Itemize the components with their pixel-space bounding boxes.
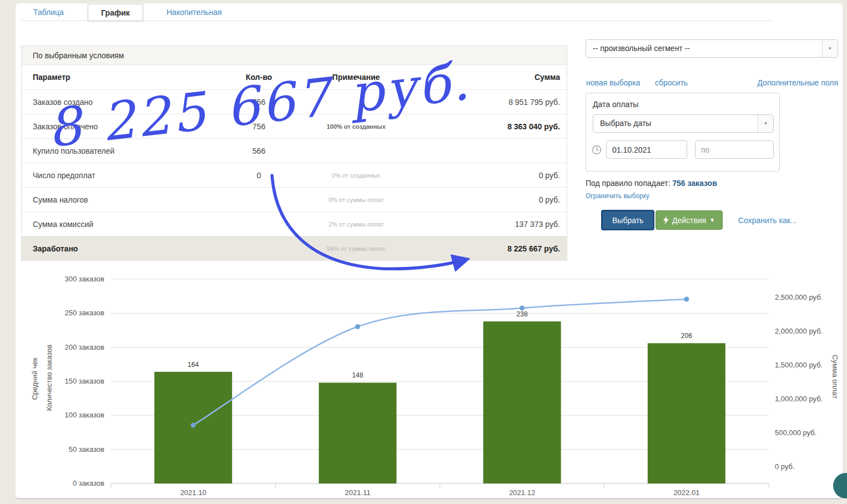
payment-date-label: Дата оплаты <box>593 100 638 109</box>
summary-table: По выбранным условиям Параметр Кол-во Пр… <box>21 46 567 261</box>
chevron-down-icon: ▼ <box>822 40 838 57</box>
row-param: Купило пользователей <box>22 147 216 155</box>
chevron-down-icon: ▼ <box>758 115 773 132</box>
row-sum: 0 руб. <box>410 171 560 180</box>
column-header-count: Кол-во <box>216 73 302 82</box>
lightning-icon <box>663 216 669 224</box>
row-note: 2% от суммы оплат <box>302 221 410 228</box>
save-as-link[interactable]: Сохранить как... <box>738 216 796 225</box>
row-sum: 137 373 руб. <box>410 220 560 229</box>
table-row: Сумма комиссий2% от суммы оплат137 373 р… <box>22 211 567 236</box>
row-param: Сумма комиссий <box>22 220 216 229</box>
actions-button-label: Действия <box>672 216 706 225</box>
row-param: Заказов оплачено <box>22 122 216 131</box>
reset-link[interactable]: сбросить <box>655 78 688 87</box>
date-from-input[interactable] <box>606 140 687 159</box>
row-sum: 8 225 667 руб. <box>410 244 560 253</box>
table-row: Число предоплат00% от созданных0 руб. <box>22 163 567 187</box>
summary-table-header: Параметр Кол-во Примечание Сумма <box>22 65 567 89</box>
segment-select-value: -- произвольный сегмент -- <box>593 40 819 57</box>
row-sum: 8 951 795 руб. <box>410 98 560 107</box>
new-selection-link[interactable]: новая выборка <box>586 78 640 87</box>
table-row: Заработано98% от суммы оплат8 225 667 ру… <box>22 236 567 260</box>
row-count: 756 <box>216 122 302 131</box>
limit-selection-link[interactable]: Ограничить выборку <box>586 192 649 200</box>
table-row: Заказов создано7568 951 795 руб. <box>22 89 567 114</box>
column-header-sum: Сумма <box>410 73 560 82</box>
chevron-down-icon: ▼ <box>709 217 715 223</box>
segment-select[interactable]: -- произвольный сегмент -- ▼ <box>586 39 838 58</box>
payment-date-filter-box: Дата оплаты Выбрать даты ▼ <box>586 93 780 172</box>
rule-match-label: Под правило попадает: <box>586 179 670 188</box>
date-range-select[interactable]: Выбрать даты ▼ <box>593 114 774 133</box>
row-count: 566 <box>216 147 302 155</box>
table-row: Заказов оплачено756100% от созданных8 36… <box>22 114 567 138</box>
row-count: 0 <box>216 171 302 180</box>
summary-table-rows: Заказов создано7568 951 795 руб.Заказов … <box>22 89 567 260</box>
row-sum: 8 363 040 руб. <box>410 122 560 131</box>
date-range-select-value: Выбрать даты <box>600 115 754 132</box>
date-to-input[interactable] <box>695 140 774 159</box>
select-button[interactable]: Выбрать <box>601 210 654 230</box>
app: Таблица График Накопительная 0 заказов50… <box>0 0 847 504</box>
column-header-note: Примечание <box>302 73 410 82</box>
row-note: 98% от суммы оплат <box>302 245 410 252</box>
row-param: Заказов создано <box>22 98 216 107</box>
row-param: Сумма налогов <box>22 195 216 204</box>
table-row: Купило пользователей566 <box>22 138 567 163</box>
row-param: Число предоплат <box>22 171 216 180</box>
row-count: 756 <box>216 98 302 107</box>
clock-icon <box>592 145 602 155</box>
row-note: 100% от созданных <box>302 123 410 130</box>
row-note: 0% от суммы оплат <box>302 196 410 203</box>
column-header-param: Параметр <box>22 73 216 82</box>
table-row: Сумма налогов0% от суммы оплат0 руб. <box>22 187 567 211</box>
rule-match-count: 756 заказов <box>672 179 717 188</box>
actions-button[interactable]: Действия ▼ <box>656 210 723 230</box>
tab-chart[interactable]: График <box>88 4 143 21</box>
row-sum: 0 руб. <box>410 195 560 204</box>
summary-table-title: По выбранным условиям <box>22 46 567 65</box>
row-param: Заработано <box>22 244 216 253</box>
row-note: 0% от созданных <box>302 172 410 179</box>
rule-match-text: Под правило попадает: 756 заказов <box>586 179 717 188</box>
tab-table[interactable]: Таблица <box>33 8 64 17</box>
tab-cumulative[interactable]: Накопительная <box>167 8 222 17</box>
additional-fields-link[interactable]: Дополнительные поля <box>757 78 838 87</box>
